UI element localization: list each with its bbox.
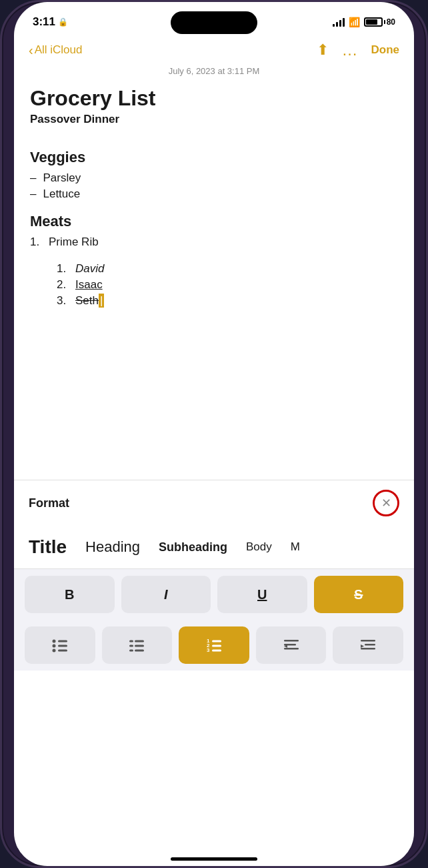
close-format-button[interactable]: ✕ xyxy=(373,490,399,516)
format-panel: Format ✕ Title Heading Subheading Body M… xyxy=(14,480,414,671)
format-label: Format xyxy=(29,496,69,510)
more-options-icon[interactable]: … xyxy=(342,41,358,59)
share-icon[interactable]: ⬆︎ xyxy=(317,41,329,59)
signal-icon xyxy=(333,17,345,27)
item-text: Parsley xyxy=(43,171,81,185)
list-item: 1. Prime Rib xyxy=(30,234,398,250)
italic-button[interactable]: I xyxy=(121,576,211,613)
svg-rect-9 xyxy=(135,645,144,647)
nav-bar: ‹ All iCloud ⬆︎ … Done xyxy=(14,38,414,66)
list-style-row: 1 2 3 xyxy=(14,620,414,671)
strikethrough-text: Seth xyxy=(75,294,99,307)
battery-percent: 80 xyxy=(387,17,395,27)
svg-rect-17 xyxy=(212,650,221,652)
svg-rect-18 xyxy=(284,640,299,642)
style-selector-row[interactable]: Title Heading Subheading Body M xyxy=(14,526,414,569)
meats-list: 1. Prime Rib xyxy=(30,234,398,250)
nav-actions: ⬆︎ … Done xyxy=(317,41,400,59)
style-subheading-option[interactable]: Subheading xyxy=(149,538,237,557)
style-body-option[interactable]: Body xyxy=(237,538,281,556)
strikethrough-button[interactable]: S xyxy=(314,576,404,613)
close-icon: ✕ xyxy=(381,496,391,510)
lock-icon: 🔒 xyxy=(58,17,68,27)
note-area[interactable]: July 6, 2023 at 3:11 PM Grocery List Pas… xyxy=(14,66,414,480)
numbered-list-icon: 1 2 3 xyxy=(205,636,223,654)
dash-icon: – xyxy=(30,171,36,185)
svg-rect-7 xyxy=(135,640,144,642)
list-item: 2. Isaac xyxy=(57,277,398,293)
bold-button[interactable]: B xyxy=(25,576,115,613)
battery-tip xyxy=(384,20,385,24)
note-subtitle: Passover Dinner xyxy=(30,113,398,126)
dash-icon: – xyxy=(30,187,36,201)
svg-rect-19 xyxy=(284,644,296,646)
svg-rect-23 xyxy=(361,640,375,642)
dash-list-icon xyxy=(128,636,145,654)
indent-right-button[interactable] xyxy=(333,626,403,664)
svg-text:3: 3 xyxy=(207,647,210,653)
item-text: David xyxy=(75,262,104,276)
veggies-heading: Veggies xyxy=(30,149,398,166)
item-text: Lettuce xyxy=(43,187,80,201)
item-text: Prime Rib xyxy=(49,236,99,249)
list-item: – Parsley xyxy=(30,170,398,186)
svg-rect-25 xyxy=(361,648,375,650)
back-label: All iCloud xyxy=(35,43,83,57)
note-date: July 6, 2023 at 3:11 PM xyxy=(30,66,398,76)
done-button[interactable]: Done xyxy=(371,43,400,57)
item-number: 1. xyxy=(57,262,70,276)
chevron-left-icon: ‹ xyxy=(29,43,33,58)
svg-rect-10 xyxy=(129,650,133,652)
time-display: 3:11 xyxy=(33,15,55,29)
status-time: 3:11 🔒 xyxy=(33,15,68,29)
status-icons: 📶 80 xyxy=(333,17,395,27)
svg-point-0 xyxy=(52,640,55,643)
svg-rect-24 xyxy=(365,644,375,646)
style-heading-option[interactable]: Heading xyxy=(76,536,149,558)
dash-list-button[interactable] xyxy=(102,626,173,664)
bold-icon: B xyxy=(65,587,74,602)
svg-rect-3 xyxy=(58,645,67,647)
item-text: Seth| xyxy=(75,294,104,308)
battery-indicator: 80 xyxy=(364,17,395,27)
text-cursor: | xyxy=(99,294,104,308)
bullet-list-button[interactable] xyxy=(25,626,95,664)
svg-rect-13 xyxy=(212,640,221,642)
item-number: 1. xyxy=(30,236,43,249)
indent-left-icon xyxy=(283,636,300,654)
list-item: – Lettuce xyxy=(30,186,398,202)
wifi-icon: 📶 xyxy=(349,17,360,27)
home-indicator xyxy=(171,857,257,861)
numbered-list-button[interactable]: 1 2 3 xyxy=(179,626,249,664)
phone-screen: 3:11 🔒 📶 80 xyxy=(14,2,414,866)
svg-rect-15 xyxy=(212,645,221,647)
battery-fill xyxy=(366,19,378,25)
svg-rect-11 xyxy=(135,650,144,652)
item-number: 3. xyxy=(57,294,70,308)
svg-rect-6 xyxy=(129,640,133,642)
italic-icon: I xyxy=(164,587,168,602)
note-content: July 6, 2023 at 3:11 PM Grocery List Pas… xyxy=(14,66,414,362)
meats-heading: Meats xyxy=(30,213,398,230)
bullet-list-icon xyxy=(51,636,69,654)
underline-icon: U xyxy=(257,587,267,602)
item-number: 2. xyxy=(57,278,70,292)
svg-rect-8 xyxy=(129,645,133,647)
battery-box xyxy=(364,17,383,27)
back-button[interactable]: ‹ All iCloud xyxy=(29,43,82,58)
svg-rect-1 xyxy=(58,640,67,642)
list-item: 3. Seth| xyxy=(57,293,398,309)
dynamic-island xyxy=(171,11,257,34)
item-text: Isaac xyxy=(75,278,103,292)
svg-point-2 xyxy=(52,644,55,648)
prime-rib-subitems: 1. David 2. Isaac 3. Seth| xyxy=(30,261,398,309)
indent-left-button[interactable] xyxy=(256,626,327,664)
style-mono-option[interactable]: M xyxy=(281,538,309,556)
formatting-buttons-row: B I U S xyxy=(14,569,414,620)
note-title: Grocery List xyxy=(30,87,398,110)
underline-button[interactable]: U xyxy=(217,576,307,613)
style-title-option[interactable]: Title xyxy=(29,534,76,560)
list-item: 1. David xyxy=(57,261,398,277)
svg-marker-22 xyxy=(361,644,364,648)
svg-point-4 xyxy=(52,649,55,653)
